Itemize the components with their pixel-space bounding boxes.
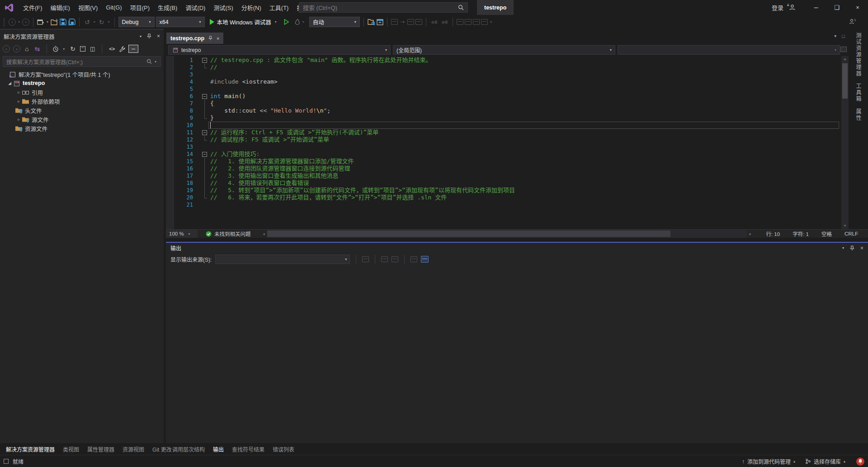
- refresh-icon[interactable]: ↻: [69, 45, 77, 52]
- pin-icon[interactable]: [147, 33, 151, 39]
- code-line[interactable]: 16// 2. 使用团队资源管理器窗口连接到源代码管理: [166, 165, 841, 172]
- platform-dropdown[interactable]: x64 ▾: [156, 17, 205, 27]
- navigate-back-dropdown[interactable]: ▾: [17, 20, 21, 24]
- open-file-icon[interactable]: [51, 19, 58, 25]
- se-forward-icon[interactable]: ›: [13, 45, 20, 52]
- goto-next-message-icon[interactable]: [392, 256, 398, 262]
- autohide-tab[interactable]: 测试资源管理器: [854, 33, 862, 77]
- notifications-bell-icon[interactable]: [856, 458, 864, 466]
- editor-vertical-scrollbar[interactable]: ▲ ▼: [841, 56, 849, 229]
- code-line[interactable]: 9}: [166, 114, 841, 122]
- bottom-dock-tab[interactable]: 错误列表: [269, 443, 298, 455]
- code-line[interactable]: 4#include <iostream>: [166, 78, 841, 85]
- account-icon[interactable]: +: [789, 4, 796, 11]
- scroll-up-icon[interactable]: ▲: [841, 56, 849, 62]
- redo-dropdown[interactable]: ▾: [107, 20, 111, 24]
- configuration-dropdown[interactable]: Debug ▾: [118, 17, 155, 27]
- select-repository-button[interactable]: 选择存储库 ▴: [802, 458, 849, 465]
- code-line[interactable]: 7{: [166, 100, 841, 107]
- nav-project-dropdown[interactable]: testrepo ▾: [168, 45, 391, 55]
- sync-with-active-document-icon[interactable]: ◫: [89, 46, 96, 52]
- hscroll-thumb[interactable]: [267, 231, 670, 237]
- expanded-arrow-icon[interactable]: ◢: [6, 81, 13, 85]
- collapsed-arrow-icon[interactable]: ▹: [15, 99, 22, 104]
- menu-item[interactable]: 工具(T): [265, 0, 293, 15]
- start-debugging-button[interactable]: 本地 Windows 调试器 ▾: [206, 17, 281, 28]
- restore-button[interactable]: ❑: [826, 0, 847, 15]
- tree-item[interactable]: 资源文件: [0, 124, 164, 133]
- indentation-indicator[interactable]: 空格: [815, 230, 838, 237]
- collapsed-arrow-icon[interactable]: ▹: [15, 90, 22, 94]
- menu-item[interactable]: 视图(V): [74, 0, 102, 15]
- menu-item[interactable]: 调试(D): [181, 0, 209, 15]
- code-line[interactable]: 13: [166, 143, 841, 151]
- left-dock-tab[interactable]: 属性管理器: [83, 443, 118, 455]
- next-bookmark-icon[interactable]: [473, 19, 480, 25]
- menu-item[interactable]: 编辑(E): [47, 0, 74, 15]
- undo-icon[interactable]: ↺: [83, 19, 91, 26]
- code-line[interactable]: 1−// testrepo.cpp : 此文件包含 "main" 函数。程序执行…: [166, 57, 841, 64]
- new-project-dropdown[interactable]: ▾: [46, 20, 49, 24]
- previous-bookmark-icon[interactable]: [465, 19, 472, 25]
- toolbar-icon-properties[interactable]: [391, 19, 398, 25]
- bottom-dock-tab[interactable]: 查找符号结果: [228, 443, 269, 455]
- toggle-word-wrap-icon[interactable]: [421, 256, 429, 263]
- split-window-button[interactable]: [840, 47, 847, 52]
- code-line[interactable]: 8 std::cout << "Hello World!\n";: [166, 107, 841, 114]
- add-to-source-control-button[interactable]: ↑ 添加到源代码管理 ▴: [738, 458, 799, 465]
- document-tab[interactable]: testrepo.cpp ×: [166, 33, 223, 44]
- pending-changes-filter-icon[interactable]: [52, 46, 59, 52]
- preview-selected-items-icon[interactable]: [128, 45, 138, 53]
- fold-collapse-icon[interactable]: −: [202, 58, 207, 63]
- search-input[interactable]: 搜索 (Ctrl+Q): [299, 2, 468, 13]
- tab-pin-icon[interactable]: [208, 36, 212, 41]
- output-close-icon[interactable]: ×: [860, 245, 863, 251]
- find-message-icon[interactable]: [362, 256, 369, 262]
- properties-wrench-icon[interactable]: [119, 46, 125, 52]
- hot-reload-dropdown[interactable]: ▾: [302, 20, 305, 24]
- menu-item[interactable]: 测试(S): [209, 0, 237, 15]
- output-position-dropdown-icon[interactable]: ▾: [842, 246, 844, 250]
- code-line[interactable]: 11−// 运行程序: Ctrl + F5 或调试 >“开始执行(不调试)”菜单: [166, 129, 841, 136]
- code-line[interactable]: 10: [166, 122, 841, 129]
- solution-explorer-search-input[interactable]: 搜索解决方案资源管理器(Ctrl+;) ▾: [3, 56, 161, 67]
- menu-item[interactable]: 分析(N): [237, 0, 265, 15]
- navigate-back-icon[interactable]: ‹: [9, 19, 16, 26]
- menu-item[interactable]: Git(G): [102, 0, 126, 15]
- save-all-icon[interactable]: [68, 19, 75, 25]
- menu-item[interactable]: 项目(P): [126, 0, 154, 15]
- code-line[interactable]: 12// 调试程序: F5 或调试 >“开始调试”菜单: [166, 136, 841, 143]
- vscroll-thumb[interactable]: [842, 63, 848, 99]
- document-health-indicator[interactable]: 未找到相关问题: [206, 230, 251, 237]
- toolbar-drag-handle[interactable]: [4, 18, 5, 26]
- code-line[interactable]: 5: [166, 85, 841, 93]
- left-dock-tab[interactable]: 解决方案资源管理器: [2, 443, 59, 455]
- code-line[interactable]: 21: [166, 201, 841, 208]
- clear-all-icon[interactable]: [410, 256, 417, 262]
- scroll-right-icon[interactable]: ▸: [747, 232, 753, 236]
- bottom-dock-tab[interactable]: 输出: [209, 443, 228, 455]
- undo-dropdown[interactable]: ▾: [93, 20, 96, 24]
- clear-bookmarks-icon[interactable]: [481, 19, 488, 25]
- close-button[interactable]: ×: [847, 0, 868, 15]
- code-line[interactable]: 19// 5. 转到“项目”>“添加新项”以创建新的代码文件，或转到“项目”>“…: [166, 187, 841, 194]
- menu-item[interactable]: 生成(B): [154, 0, 181, 15]
- code-line[interactable]: 20// 6. 将来，若要再次打开此项目，请转到“文件”>“打开”>“项目”并选…: [166, 194, 841, 201]
- start-without-debugging-icon[interactable]: [284, 19, 289, 25]
- editor-horizontal-scrollbar[interactable]: ◂ ▸: [261, 230, 754, 238]
- save-icon[interactable]: [60, 19, 66, 25]
- output-content[interactable]: [166, 265, 868, 443]
- document-list-dropdown-icon[interactable]: ▾: [834, 33, 836, 39]
- tree-item[interactable]: ▹源文件: [0, 115, 164, 124]
- fold-collapse-icon[interactable]: −: [202, 152, 207, 157]
- decrease-indent-icon[interactable]: «≡: [430, 19, 439, 25]
- code-line[interactable]: 15// 1. 使用解决方案资源管理器窗口添加/管理文件: [166, 158, 841, 165]
- code-line[interactable]: 18// 4. 使用错误列表窗口查看错误: [166, 179, 841, 187]
- window-position-dropdown-icon[interactable]: ▾: [140, 34, 142, 38]
- show-all-files-icon[interactable]: <>: [108, 46, 116, 52]
- send-feedback-icon[interactable]: [849, 18, 856, 25]
- toolbar-overflow-icon[interactable]: ▾: [489, 20, 493, 24]
- autohide-tab[interactable]: 工具箱: [854, 83, 862, 102]
- menu-item[interactable]: 文件(F): [19, 0, 47, 15]
- solution-explorer-window-icon[interactable]: [377, 19, 383, 25]
